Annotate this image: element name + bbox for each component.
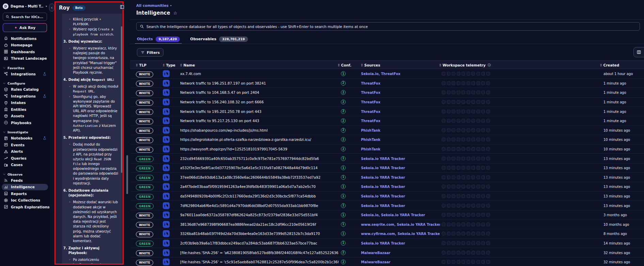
- object-name-link[interactable]: https://allegrolokalnie.pl-oferta-szafka…: [180, 137, 339, 142]
- sidebar-item-notebooks[interactable]: Notebooks: [0, 135, 50, 142]
- table-row[interactable]: WHITE Network traffic to 104.168.5.47 on…: [130, 88, 644, 98]
- table-row[interactable]: GREEN 37ee066d18e93db613a1a08c3560e6ac26…: [130, 173, 644, 182]
- drag-handle-icon[interactable]: ⣿: [338, 64, 339, 66]
- main-scrollbar-thumb[interactable]: [126, 155, 128, 194]
- object-name-link[interactable]: da5f49480920b4b00f6c2f2cb117660eda29f136…: [180, 194, 339, 198]
- object-name-link[interactable]: xx.7.4t.com: [180, 72, 339, 76]
- flask-icon[interactable]: [43, 94, 47, 98]
- sidebar-item-alerts[interactable]: Alerts: [0, 148, 50, 155]
- sources-links[interactable]: ThreatFox: [361, 81, 440, 85]
- ioc-search-input[interactable]: Search for IOCs...: [3, 13, 47, 21]
- collapse-panel-button[interactable]: ‹: [49, 3, 54, 12]
- table-row[interactable]: WHITE xx.7.4t.com 1 Sekoia.io, ThreatFox…: [130, 69, 644, 79]
- table-row[interactable]: WHITE https://wavysoft.shop/cpn/?id=1252…: [130, 145, 644, 154]
- table-row[interactable]: WHITE [file:hashes.'SHA-256' = 'c5c91e5a…: [130, 257, 644, 266]
- tab-objects[interactable]: Objects 9,187,420: [136, 34, 180, 44]
- table-row[interactable]: WHITE https://shabanpourco.com/wp-includ…: [130, 126, 644, 135]
- sidebar-item-queries[interactable]: Queries: [0, 155, 50, 162]
- sidebar-item-intelligence[interactable]: Intelligence: [2, 184, 48, 191]
- sidebar-item-integrations[interactable]: Integrations: [0, 93, 50, 100]
- ask-roy-button[interactable]: ✦ Ask Roy: [3, 23, 47, 32]
- drag-handle-icon[interactable]: ⣿: [600, 64, 601, 66]
- table-row[interactable]: WHITE https://allegrolokalnie.pl-oferta-…: [130, 135, 644, 145]
- object-name-link[interactable]: a532f3e3ec5e8f1ac0d37725907bc5a6d1e5c315…: [180, 166, 339, 170]
- table-row[interactable]: WHITE 9a76011aa0de6372a358787df862624a82…: [130, 210, 644, 220]
- sidebar-item-rules-catalog[interactable]: Rules Catalog: [0, 86, 50, 93]
- table-row[interactable]: WHITE Network traffic to 195.201.250.78 …: [130, 107, 644, 116]
- favorite-star-icon[interactable]: ☆: [173, 11, 177, 16]
- sidebar-section-investigate[interactable]: Investigate: [0, 130, 50, 135]
- workspace-selector[interactable]: D Dagma - Multi T... ▾: [0, 3, 50, 10]
- object-name-link[interactable]: Network traffic to 104.168.5.47 on port …: [180, 90, 339, 94]
- sidebar-item-integrations[interactable]: Integrations: [0, 71, 50, 77]
- filters-button[interactable]: Filters: [137, 48, 163, 57]
- sources-links[interactable]: Sekoia.io, Sekoia.io YARA Tracker: [361, 213, 440, 217]
- sidebar-item-threat-landscape[interactable]: Threat Landscape: [0, 55, 50, 62]
- sidebar-item-dashboards[interactable]: Dashboards: [0, 48, 50, 55]
- drag-handle-icon[interactable]: ⣿: [361, 64, 362, 66]
- flask-icon[interactable]: [43, 136, 47, 140]
- object-name-link[interactable]: 7df629804ab6f6e4d1c5891d4a7970dd6dd38bdf…: [180, 204, 339, 208]
- table-row[interactable]: GREEN a532f3e3ec5e8f1ac0d37725907bc5a6d1…: [130, 163, 644, 173]
- object-name-link[interactable]: https://wavysoft.shop/cpn/?id=1252518101…: [180, 147, 339, 151]
- roy-scrollbar-thumb[interactable]: [121, 26, 122, 173]
- table-row[interactable]: WHITE Network traffic to 95.217.25.130 o…: [130, 116, 644, 126]
- table-row[interactable]: GREEN 2cf03b9eb39a6a17f83dbbce249acd7a28…: [130, 239, 644, 248]
- sidebar-item-feeds[interactable]: Feeds: [0, 177, 50, 184]
- sidebar-item-entities[interactable]: Entities: [0, 106, 50, 113]
- sources-links[interactable]: Sekoia.io, ThreatFox: [361, 72, 440, 76]
- sidebar-item-playbooks[interactable]: Playbooks: [0, 119, 50, 126]
- sources-links[interactable]: MalwareBazaar: [361, 251, 440, 254]
- sidebar-item-events[interactable]: Events: [0, 142, 50, 148]
- roy-message-body[interactable]: ◦Kliknij przycisk + PLAYBOOK.◦Wybierz op…: [62, 14, 122, 264]
- sources-links[interactable]: Sekoia.io YARA Tracker: [361, 185, 440, 189]
- table-row[interactable]: WHITE [file:hashes.'SHA-256' = 'a6238081…: [130, 248, 644, 257]
- sidebar-section-configure[interactable]: Configure: [0, 81, 50, 86]
- object-name-link[interactable]: https://shabanpourco.com/wp-includes/js/…: [180, 128, 339, 132]
- sources-links[interactable]: Sekoia.io YARA Tracker: [361, 166, 440, 170]
- flask-icon[interactable]: [43, 72, 47, 76]
- tab-observables[interactable]: Observables 328,701,219: [189, 34, 249, 44]
- column-settings-button[interactable]: [633, 47, 644, 57]
- sources-links[interactable]: www.seqrite.com, Sekoia.io YARA Tracker: [361, 222, 440, 226]
- table-row[interactable]: WHITE 38136d87e9687398f906687ea9886feead…: [130, 220, 644, 230]
- sources-links[interactable]: Sekoia.io YARA Tracker: [361, 194, 440, 198]
- object-name-link[interactable]: 2cf03b9eb39a6a17f83dbbce249acd7a284dc53a…: [180, 241, 339, 245]
- table-row[interactable]: GREEN 232cd945669391a40fc650ab3575711c0a…: [130, 154, 644, 163]
- sidebar-item-assets[interactable]: Assets: [0, 113, 50, 120]
- sources-links[interactable]: ThreatFox: [361, 100, 440, 104]
- sidebar-item-intakes[interactable]: Intakes: [0, 100, 50, 106]
- drag-handle-icon[interactable]: ⣿: [439, 64, 441, 66]
- sidebar-item-cases[interactable]: Cases: [0, 162, 50, 168]
- object-name-link[interactable]: 2a4f7bde03baaf5f09195941263a4ee3fdfb0b48…: [180, 184, 339, 189]
- sidebar-section-observe[interactable]: Observe: [0, 172, 50, 177]
- object-name-link[interactable]: 3326ba81b48ab03f7f49d2da70d3bbe4ea0e163d…: [180, 232, 339, 236]
- sources-links[interactable]: Sekoia.io YARA Tracker: [361, 175, 440, 179]
- column-header-created[interactable]: ⣿Created: [600, 61, 619, 69]
- object-name-link[interactable]: [file:hashes.'SHA-256' = 'a62380819058fa…: [180, 251, 339, 255]
- sources-links[interactable]: PhishTank: [361, 147, 440, 151]
- drag-handle-icon[interactable]: ⣿: [180, 64, 182, 66]
- table-row[interactable]: WHITE Network traffic to 156.240.108.32 …: [130, 98, 644, 107]
- sidebar-item-ioc-collections[interactable]: Ioc Collections: [0, 197, 50, 204]
- sources-links[interactable]: www.cyfirma.com, Sekoia.io YARA Tracker: [361, 232, 440, 236]
- sources-links[interactable]: ThreatFox: [361, 91, 440, 94]
- sources-links[interactable]: ThreatFox: [361, 119, 440, 123]
- sidebar-item-notifications[interactable]: Notifications: [0, 35, 50, 42]
- object-name-link[interactable]: Network traffic to 95.217.25.130 on port…: [180, 119, 339, 123]
- sources-links[interactable]: PhishTank: [361, 128, 440, 132]
- community-selector[interactable]: All communities ▾: [136, 3, 172, 8]
- object-name-link[interactable]: 9a76011aa0de6372a358787df862624a825c873c…: [180, 213, 339, 217]
- column-header-conf[interactable]: ⣿Conf.: [338, 61, 351, 69]
- drag-handle-icon[interactable]: ⣿: [136, 64, 137, 66]
- table-row[interactable]: GREEN 7df629804ab6f6e4d1c5891d4a7970dd6d…: [130, 201, 644, 210]
- sidebar-item-reports[interactable]: Reports: [0, 190, 50, 197]
- sources-links[interactable]: PhishTank: [361, 138, 440, 142]
- object-name-link[interactable]: Network traffic to 196.251.87.197 on por…: [180, 81, 339, 85]
- object-name-link[interactable]: Network traffic to 156.240.108.32 on por…: [180, 100, 339, 104]
- sidebar-item-homepage[interactable]: Homepage: [0, 42, 50, 49]
- sidebar-item-graph-explorations[interactable]: Graph Explorations: [0, 204, 50, 210]
- intelligence-search-input[interactable]: Search the Intelligence database for all…: [136, 22, 640, 31]
- sidebar-section-favorites[interactable]: Favorites: [0, 65, 50, 71]
- dock-panel-icon[interactable]: [120, 4, 125, 10]
